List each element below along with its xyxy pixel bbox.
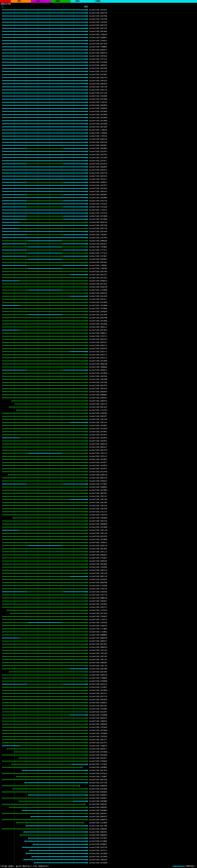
hit-label[interactable]: UniRef100_Q2XTD6: [89, 15, 107, 17]
hit-label[interactable]: UniRef100_B4U960: [89, 699, 107, 701]
hit-label[interactable]: UniRef100_Q6PBF0: [89, 104, 107, 106]
hit-label[interactable]: UniRef100_UP1000...: [89, 372, 110, 374]
hit-label[interactable]: UniRef100_Q6F4B3: [89, 329, 107, 331]
hit-label[interactable]: UniRef100_Q213E9: [89, 314, 107, 316]
hit-label[interactable]: UniRef100_Q29BX7: [89, 797, 107, 799]
hit-label[interactable]: UniRef100_B9SKX7: [89, 49, 107, 51]
hit-label[interactable]: UniRef100_Q92Z37: [89, 739, 107, 741]
hit-label[interactable]: UniRef100_C4QB62: [89, 265, 107, 266]
hit-label[interactable]: UniRef100_B8N339: [89, 646, 107, 648]
hit-label[interactable]: UniRef100_UP1000...: [89, 111, 110, 113]
hit-label[interactable]: UniRef100_A6QQ41: [89, 181, 107, 183]
hit-label[interactable]: UniRef100_B6JE39: [89, 535, 107, 537]
hit-label[interactable]: UniRef100_Q9XVF7: [89, 415, 107, 417]
hit-label[interactable]: UniRef100_UP1000...: [89, 120, 110, 122]
hit-label[interactable]: UniRef100_A6NGW2: [89, 366, 107, 368]
hit-label[interactable]: UniRef100_C5M412: [89, 541, 107, 544]
hit-label[interactable]: UniRef100_C4WSN2: [89, 268, 107, 270]
hit-label[interactable]: UniRef100_B4FJ56: [89, 27, 107, 29]
hit-label[interactable]: UniRef100_B4NHU5: [89, 794, 107, 796]
hit-label[interactable]: UniRef100_UP1000...: [89, 98, 110, 100]
hit-label[interactable]: UniRef100_C1BKP9: [89, 129, 107, 131]
hit-label[interactable]: UniRef100_UP1000...: [89, 117, 110, 119]
hit-label[interactable]: UniRef100_C5P774: [89, 594, 107, 596]
hit-label[interactable]: UniRef100_C6T9K7: [89, 255, 107, 257]
hit-label[interactable]: UniRef100_Q4GYL1: [89, 354, 107, 355]
hit-label[interactable]: UniRef100_B2Y129: [89, 92, 107, 94]
hit-label[interactable]: UniRef100_C5KTP9: [89, 514, 107, 516]
hit-label[interactable]: UniRef100_B6VZP3: [89, 384, 107, 386]
hit-label[interactable]: UniRef100_B0X2G6: [89, 779, 107, 780]
hit-label[interactable]: UniRef100_A9YTL2: [89, 849, 107, 851]
hit-label[interactable]: UniRef100_B6TGT0: [89, 24, 107, 26]
hit-label[interactable]: UniRef100_C4RDN2: [89, 132, 107, 134]
hit-label[interactable]: UniRef100_Q3THC7: [89, 160, 107, 162]
hit-label[interactable]: UniRef100_C4YCU4: [89, 409, 107, 411]
hit-label[interactable]: UniRef100_B9RPL9: [89, 52, 107, 54]
hit-label[interactable]: UniRef100_C4PQ62: [89, 246, 107, 248]
hit-label[interactable]: UniRef100_UP1000...: [89, 489, 110, 491]
hit-label[interactable]: UniRef100_B6Q648: [89, 637, 107, 639]
hit-label[interactable]: UniRef100_A9R245: [89, 191, 107, 192]
hit-label[interactable]: UniRef100_B3MHT6: [89, 819, 107, 820]
hit-label[interactable]: UniRef100_Q4WQ49: [89, 662, 107, 663]
hit-label[interactable]: UniRef100_B7PGL4: [89, 773, 107, 774]
hit-label[interactable]: UniRef100_A8IVK1: [89, 9, 107, 11]
hit-label[interactable]: UniRef100_O75WA7: [89, 557, 107, 559]
hit-label[interactable]: UniRef100_UP1000...: [89, 215, 110, 217]
hit-label[interactable]: UniRef100_P46286: [89, 95, 107, 97]
hit-label[interactable]: UniRef100_C9E1Q5: [89, 736, 107, 738]
hit-label[interactable]: UniRef100_C5DW49: [89, 517, 107, 519]
hit-label[interactable]: UniRef100_C6ZQ83: [89, 708, 107, 710]
hit-label[interactable]: UniRef100_B4HMN4: [89, 809, 107, 811]
hit-label[interactable]: UniRef100_B0Y3E2: [89, 643, 107, 645]
hit-label[interactable]: UniRef100_Q56FH5: [89, 348, 107, 349]
hit-label[interactable]: UniRef100_B9WK30: [89, 597, 107, 599]
hit-label[interactable]: UniRef100_B1SGF5: [89, 151, 107, 152]
hit-label[interactable]: UniRef100_P25998: [89, 61, 107, 63]
hit-label[interactable]: UniRef100_B4KYM8: [89, 317, 107, 319]
hit-label[interactable]: UniRef100_A8U9P6: [89, 166, 107, 168]
hit-label[interactable]: UniRef100_C0S540: [89, 622, 107, 623]
hit-label[interactable]: UniRef100_A6RGR7: [89, 600, 107, 602]
hit-label[interactable]: UniRef100_C3Y6D5: [89, 763, 107, 765]
hit-label[interactable]: UniRef100_Q7PXM7: [89, 837, 107, 839]
hit-label[interactable]: UniRef100_B59F19: [89, 545, 107, 547]
hit-label[interactable]: UniRef100_C6TMR0: [89, 308, 107, 309]
hit-label[interactable]: UniRef100_C8CLS9: [89, 529, 107, 531]
hit-label[interactable]: UniRef100_C5LCL4: [89, 511, 107, 513]
hit-label[interactable]: UniRef100_B3L659: [89, 502, 107, 503]
hit-label[interactable]: UniRef100_C8CLW5: [89, 652, 107, 654]
hit-label[interactable]: UniRef100_B5DGW7: [89, 145, 107, 146]
hit-label[interactable]: UniRef100_Q5C3R4: [89, 770, 107, 771]
hit-label[interactable]: UniRef100_B5FYD0: [89, 224, 107, 226]
hit-label[interactable]: UniRef100_B4F9R4: [89, 30, 107, 32]
hit-label[interactable]: UniRef100_C1GF15: [89, 619, 107, 620]
hit-label[interactable]: UniRef100_Q17C60: [89, 782, 107, 784]
hit-label[interactable]: UniRef100_A7WZ10: [89, 588, 107, 590]
hit-label[interactable]: UniRef100_A4EZU5: [89, 375, 107, 377]
hit-label[interactable]: UniRef100_Q16TS9: [89, 846, 107, 848]
hit-label[interactable]: UniRef100_B6DDR9: [89, 391, 107, 393]
hit-label[interactable]: UniRef100_B9WRW1: [89, 394, 107, 396]
hit-label[interactable]: UniRef100_P41116: [89, 70, 107, 72]
hit-label[interactable]: UniRef100_UP1000...: [89, 114, 110, 116]
hit-label[interactable]: UniRef100_UP1000...: [89, 302, 110, 303]
hit-label[interactable]: UniRef100_C5TDL5: [89, 203, 107, 205]
hit-label[interactable]: UniRef100_B4PBW9: [89, 800, 107, 802]
hit-label[interactable]: UniRef100_Q5RKL2: [89, 369, 107, 371]
hit-label[interactable]: UniRef100_B5DGW6: [89, 148, 107, 149]
hit-label[interactable]: UniRef100_Q6PVV6: [89, 175, 107, 177]
hit-label[interactable]: UniRef100_B6AH15: [89, 717, 107, 719]
hit-label[interactable]: UniRef100_C3ZEN8: [89, 289, 107, 291]
hit-label[interactable]: UniRef100_Q9SPN4: [89, 67, 107, 69]
hit-label[interactable]: UniRef100_A0ZT02: [89, 154, 107, 155]
hit-label[interactable]: UniRef100_UP1000...: [89, 856, 110, 858]
hit-label[interactable]: UniRef100_C5DHN8: [89, 714, 107, 716]
hit-label[interactable]: UniRef100_A054W4: [89, 563, 107, 565]
hit-label[interactable]: UniRef100_Q6ED36: [89, 560, 107, 562]
hit-label[interactable]: UniRef100_C0H5X4: [89, 859, 107, 861]
hit-label[interactable]: UniRef100_Q9MUE8: [89, 240, 107, 242]
hit-label[interactable]: UniRef100_P13023: [89, 609, 107, 611]
hit-label[interactable]: UniRef100_Q9FEZ7: [89, 341, 107, 343]
